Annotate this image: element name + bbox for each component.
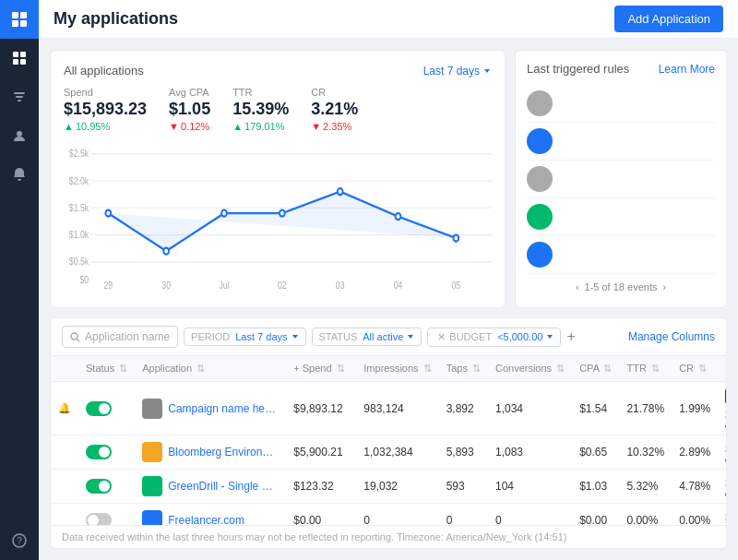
rule-item [527, 236, 715, 274]
cr-cell: 2.89% [672, 435, 718, 470]
filter-bar: Application name PERIOD Last 7 days STAT… [51, 318, 726, 356]
app-name[interactable]: GreenDrill - Single Review M... [168, 480, 279, 493]
sidebar-item-user[interactable] [0, 116, 39, 155]
prev-page-button[interactable]: ‹ [576, 281, 579, 292]
app-name[interactable]: Campaign name here... [168, 402, 279, 415]
impressions-cell: 0 [356, 504, 438, 526]
conversions-cell: 104 [488, 470, 572, 504]
status-cell[interactable] [78, 504, 135, 526]
app-name-cell[interactable]: Campaign name here... [135, 382, 286, 435]
conversions-cell: 1,034 [488, 382, 572, 435]
rule-avatar [527, 166, 553, 192]
status-filter[interactable]: STATUS All active [312, 328, 423, 346]
ttr-cell: 10.32% [619, 435, 672, 470]
app-icon [142, 476, 162, 496]
col-conversions[interactable]: Conversions ⇅ [488, 356, 572, 382]
svg-marker-32 [108, 192, 456, 251]
add-application-button[interactable]: Add Application [614, 6, 723, 32]
manage-columns-button[interactable]: Manage Columns [628, 330, 715, 343]
svg-rect-8 [14, 92, 25, 94]
col-taps[interactable]: Taps ⇅ [439, 356, 488, 382]
svg-point-36 [280, 210, 285, 217]
sidebar-logo[interactable] [0, 0, 39, 39]
svg-point-35 [221, 210, 227, 217]
table-row: Freelancer.com $0.00 0 0 0 $0.00 0.00% 0… [51, 504, 726, 526]
svg-rect-4 [13, 52, 18, 57]
col-status[interactable]: Status ⇅ [78, 356, 135, 382]
col-ttr[interactable]: TTR ⇅ [619, 356, 672, 382]
metric-spend: Spend $15,893.23 ▲ 10.95% [64, 87, 147, 132]
sidebar-item-help[interactable]: ? [0, 521, 39, 560]
app-name-cell[interactable]: Bloomberg Environment [135, 435, 286, 470]
sidebar-item-filters[interactable] [0, 77, 39, 116]
rule-avatar [527, 90, 553, 116]
cpa-cell: $1.03 [572, 470, 619, 504]
svg-rect-1 [20, 12, 27, 18]
metrics-row: Spend $15,893.23 ▲ 10.95% Avg CPA $1.05 … [64, 87, 492, 132]
col-cpa[interactable]: CPA ⇅ [572, 356, 619, 382]
rule-item [527, 198, 715, 236]
cpa-cell: $0.65 [572, 435, 619, 470]
application-search[interactable]: Application name [62, 326, 178, 348]
period-filter[interactable]: PERIOD Last 7 days [184, 328, 305, 346]
cr-cell: 0.00% [672, 504, 718, 526]
svg-point-38 [396, 213, 401, 220]
cr-cell: 1.99% [672, 382, 718, 435]
svg-text:$2.5k: $2.5k [69, 148, 89, 159]
search-placeholder: Application name [85, 330, 170, 343]
col-application[interactable]: Application ⇅ [135, 356, 286, 382]
table-row: 🔔 Campaign name here... $9,893.12 983,12… [51, 382, 726, 435]
metric-ttr: TTR 15.39% ▲ 179.01% [232, 87, 289, 132]
top-row: All applications Last 7 days Spend $15,8… [50, 50, 727, 308]
rule-pagination: ‹ 1-5 of 18 events › [527, 281, 715, 292]
svg-rect-5 [20, 52, 26, 57]
chart-title: All applications [64, 64, 144, 77]
budget-bar [725, 424, 726, 428]
metric-cr-change: ▼ 2.35% [311, 121, 358, 132]
toggle-switch[interactable] [86, 401, 112, 416]
status-cell[interactable] [78, 382, 135, 435]
chart-panel: All applications Last 7 days Spend $15,8… [50, 50, 506, 308]
svg-text:$0: $0 [79, 274, 89, 285]
learn-more-link[interactable]: Learn More [659, 63, 715, 76]
svg-rect-0 [12, 12, 18, 18]
cpa-cell: $0.00 [572, 504, 619, 526]
app-name-cell[interactable]: GreenDrill - Single Review M... [135, 470, 286, 504]
add-filter-button[interactable]: + [566, 328, 575, 345]
rule-item [527, 123, 715, 161]
col-bell [51, 356, 78, 382]
toggle-switch[interactable] [86, 513, 112, 525]
metric-ttr-change: ▲ 179.01% [232, 121, 289, 132]
table-container: Status ⇅ Application ⇅ + Spend ⇅ Impress… [51, 356, 726, 525]
status-cell[interactable] [78, 435, 135, 470]
impressions-cell: 983,124 [356, 382, 438, 435]
col-impressions[interactable]: Impressions ⇅ [356, 356, 438, 382]
app-name-cell[interactable]: Freelancer.com [135, 504, 286, 526]
toggle-switch[interactable] [86, 445, 112, 459]
taps-cell: 0 [439, 504, 488, 526]
bell-cell [51, 435, 78, 470]
spend-cell: $5,900.21 [286, 435, 356, 470]
metric-cpa-change: ▼ 0.12% [169, 121, 210, 132]
budget-bar [725, 459, 726, 462]
sidebar-item-notifications[interactable] [0, 155, 39, 194]
svg-rect-7 [20, 59, 26, 65]
sidebar-item-dashboard[interactable] [0, 39, 39, 77]
budget-filter[interactable]: ✕ BUDGET <5,000.00 [427, 328, 561, 347]
spend-cell: $0.00 [286, 504, 356, 526]
remove-budget-filter[interactable]: ✕ [437, 331, 446, 343]
period-selector[interactable]: Last 7 days [423, 65, 492, 77]
col-spend[interactable]: + Spend ⇅ [286, 356, 356, 382]
svg-text:02: 02 [278, 280, 287, 291]
app-name[interactable]: Freelancer.com [168, 514, 244, 525]
budget-bar [725, 493, 726, 496]
rule-avatar [527, 128, 553, 154]
budget-cell: $27,493.98 spent $45,784.00 [718, 382, 726, 435]
toggle-switch[interactable] [86, 479, 112, 494]
svg-point-39 [453, 235, 458, 242]
col-budget[interactable]: Budget ⇅ [718, 356, 726, 382]
app-name[interactable]: Bloomberg Environment [168, 446, 279, 459]
next-page-button[interactable]: › [662, 281, 666, 292]
status-cell[interactable] [78, 470, 135, 504]
col-cr[interactable]: CR ⇅ [672, 356, 718, 382]
